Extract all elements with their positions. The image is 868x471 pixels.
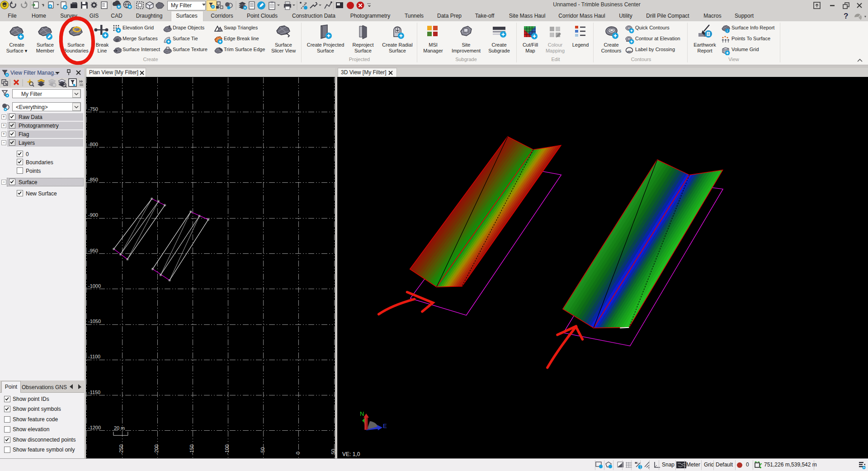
svg-text:-1150: -1150 bbox=[88, 390, 100, 395]
svg-text:0.1: 0.1 bbox=[635, 461, 639, 464]
svg-text:-900: -900 bbox=[88, 212, 98, 218]
svg-text:123: 123 bbox=[628, 51, 632, 53]
svg-text:-100: -100 bbox=[224, 444, 230, 454]
svg-text:-1000: -1000 bbox=[88, 283, 101, 289]
svg-text:-250: -250 bbox=[118, 444, 124, 454]
svg-text:VE: 1,0: VE: 1,0 bbox=[342, 451, 360, 457]
svg-text:20 m: 20 m bbox=[114, 425, 125, 431]
svg-text:-150: -150 bbox=[189, 444, 194, 454]
svg-text:E: E bbox=[383, 423, 387, 429]
svg-text:-950: -950 bbox=[88, 248, 98, 253]
svg-text:50: 50 bbox=[330, 449, 335, 454]
svg-text:0: 0 bbox=[295, 452, 301, 454]
svg-text:-1100: -1100 bbox=[88, 354, 100, 359]
svg-text:N: N bbox=[360, 410, 364, 417]
svg-text:-200: -200 bbox=[154, 444, 159, 454]
svg-text:-850: -850 bbox=[88, 177, 98, 182]
svg-text:-1200: -1200 bbox=[88, 425, 101, 430]
svg-text:-50: -50 bbox=[260, 447, 265, 454]
svg-text:i: i bbox=[727, 29, 728, 33]
svg-text:-1050: -1050 bbox=[88, 319, 101, 324]
svg-text:-800: -800 bbox=[88, 142, 98, 147]
svg-text:-750: -750 bbox=[88, 106, 98, 112]
svg-text:9: 9 bbox=[305, 2, 307, 5]
